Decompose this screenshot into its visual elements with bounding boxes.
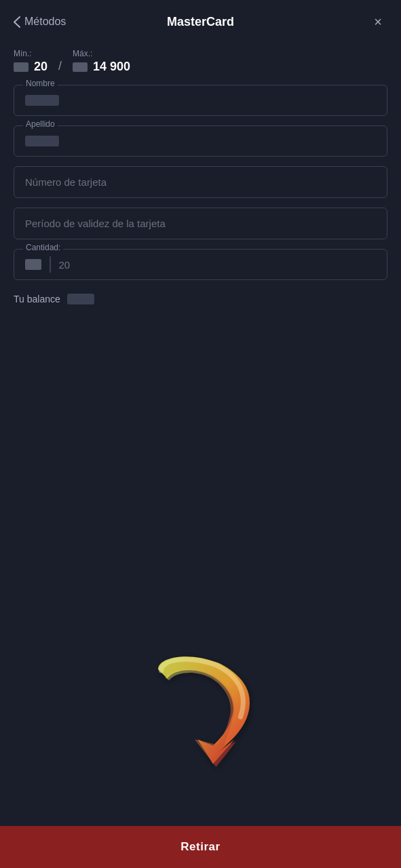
header: Métodos MasterCard ×: [0, 0, 401, 43]
back-button[interactable]: Métodos: [14, 16, 66, 28]
form: Nombre Apellido Cantidad:: [0, 85, 401, 280]
max-limit: Máx.: 14 900: [73, 49, 130, 74]
cantidad-label: Cantidad:: [23, 243, 63, 252]
withdraw-button[interactable]: Retirar: [0, 826, 401, 868]
cantidad-input[interactable]: [59, 259, 377, 271]
min-label: Mín.:: [14, 49, 47, 58]
card-number-input[interactable]: [14, 166, 387, 198]
max-label: Máx.:: [73, 49, 130, 58]
cantidad-input-container: [14, 249, 387, 280]
arrow-svg: [140, 644, 262, 780]
min-value: 20: [34, 60, 47, 74]
max-currency-flag: [73, 62, 88, 72]
apellido-value-redacted: [25, 136, 59, 146]
balance-row: Tu balance: [0, 290, 401, 304]
close-icon: ×: [374, 14, 382, 30]
min-currency-flag: [14, 62, 28, 72]
max-value: 14 900: [93, 60, 130, 74]
page-title: MasterCard: [167, 15, 234, 29]
balance-label: Tu balance: [14, 294, 60, 304]
nombre-value-redacted: [25, 95, 59, 106]
chevron-left-icon: [14, 16, 20, 28]
limits-divider: /: [58, 50, 62, 73]
cantidad-divider: [50, 256, 51, 273]
nombre-field-group: Nombre: [14, 85, 387, 116]
cantidad-currency-flag: [25, 259, 41, 270]
back-label: Métodos: [24, 16, 66, 28]
nombre-label: Nombre: [23, 79, 58, 88]
validity-field-group: [14, 208, 387, 239]
min-limit: Mín.: 20: [14, 49, 47, 74]
balance-value-redacted: [67, 294, 94, 304]
close-button[interactable]: ×: [368, 12, 387, 31]
validity-input[interactable]: [14, 208, 387, 239]
cantidad-field-group: Cantidad:: [14, 249, 387, 280]
card-number-field-group: [14, 166, 387, 198]
apellido-field-group: Apellido: [14, 125, 387, 157]
apellido-label: Apellido: [23, 119, 58, 129]
withdraw-button-label: Retirar: [180, 840, 220, 854]
limits-row: Mín.: 20 / Máx.: 14 900: [0, 43, 401, 85]
arrow-illustration: [126, 637, 275, 787]
